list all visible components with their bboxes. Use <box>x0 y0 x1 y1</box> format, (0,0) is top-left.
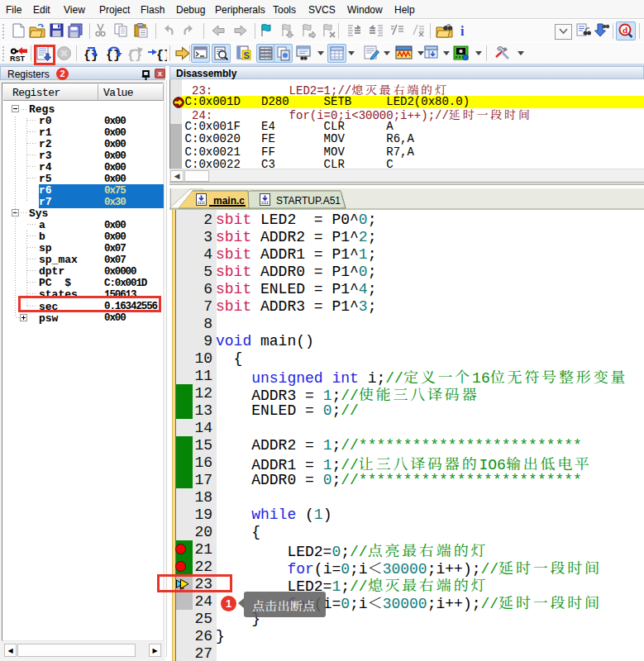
svg-text:{}: {} <box>156 49 167 62</box>
svg-text:{}: {} <box>83 49 98 62</box>
svg-text:d: d <box>623 25 627 35</box>
svg-text:S: S <box>244 50 250 60</box>
svg-text:RST: RST <box>10 55 26 63</box>
